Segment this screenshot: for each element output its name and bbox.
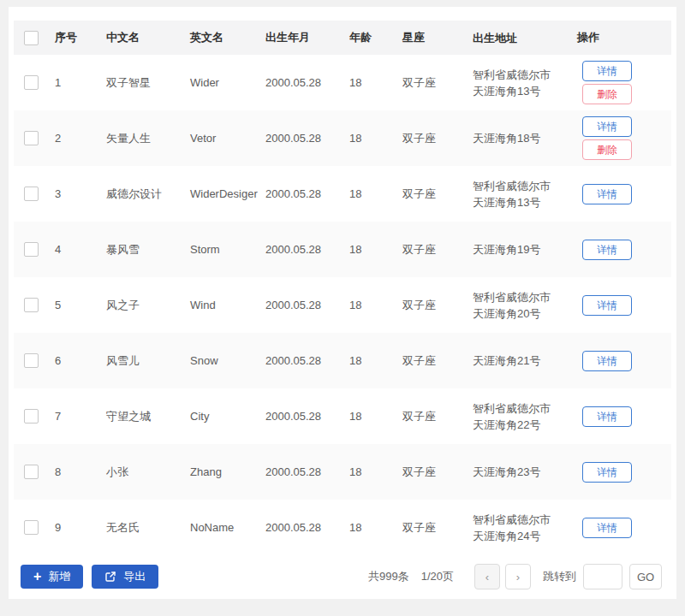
cell-chinese-name: 双子智星	[103, 75, 187, 91]
cell-birth-date: 2000.05.28	[262, 76, 346, 89]
cell-english-name: Wider	[187, 76, 262, 89]
address-line1: 智利省威德尔市	[473, 289, 574, 305]
detail-button[interactable]: 详情	[582, 406, 632, 427]
cell-actions: 详情	[574, 293, 671, 318]
next-page-button[interactable]: ›	[505, 564, 531, 589]
select-all-checkbox[interactable]	[24, 31, 39, 45]
cell-address: 天涯海角18号	[469, 130, 574, 146]
row-checkbox[interactable]	[24, 75, 39, 90]
cell-age: 18	[346, 465, 399, 478]
cell-zodiac: 双子座	[399, 353, 469, 369]
detail-button[interactable]: 详情	[582, 184, 632, 204]
cell-actions: 详情删除	[574, 114, 671, 163]
cell-age: 18	[346, 521, 399, 534]
row-checkbox[interactable]	[24, 242, 39, 257]
total-count: 共999条	[368, 569, 409, 584]
detail-button[interactable]: 详情	[582, 116, 632, 137]
cell-english-name: Vetor	[187, 132, 262, 145]
cell-address: 天涯海角23号	[469, 464, 574, 480]
row-checkbox[interactable]	[24, 465, 39, 479]
row-checkbox-cell	[14, 187, 51, 201]
row-checkbox[interactable]	[24, 131, 39, 145]
address-line1: 天涯海角23号	[473, 464, 574, 480]
go-button[interactable]: GO	[629, 564, 662, 589]
detail-button[interactable]: 详情	[582, 462, 632, 483]
column-header: 序号	[51, 30, 103, 45]
footer-toolbar: + 新增 导出 共999条 1/20页 ‹ › 跳转到 GO	[14, 555, 671, 598]
row-checkbox-cell	[14, 75, 51, 90]
row-checkbox[interactable]	[24, 298, 39, 312]
table-row: 9 无名氏 NoName 2000.05.28 18 双子座 智利省威德尔市 天…	[14, 500, 671, 555]
detail-button[interactable]: 详情	[582, 295, 632, 316]
data-table-card: 序号中文名英文名出生年月年龄星座出生地址操作 1 双子智星 Wider 2000…	[9, 7, 676, 599]
address-line2: 天涯海角13号	[473, 83, 574, 99]
cell-age: 18	[346, 410, 399, 423]
cell-chinese-name: 暴风雪	[103, 242, 187, 258]
add-button[interactable]: + 新增	[21, 565, 83, 589]
cell-zodiac: 双子座	[399, 520, 469, 536]
cell-age: 18	[346, 354, 399, 367]
detail-button[interactable]: 详情	[582, 240, 632, 260]
cell-birth-date: 2000.05.28	[262, 243, 346, 256]
cell-chinese-name: 守望之城	[103, 409, 187, 424]
column-header: 出生年月	[262, 30, 346, 45]
delete-button[interactable]: 删除	[582, 139, 632, 160]
cell-birth-date: 2000.05.28	[262, 132, 346, 145]
cell-actions: 详情	[574, 404, 671, 429]
table-row: 6 风雪儿 Snow 2000.05.28 18 双子座 天涯海角21号 详情	[14, 333, 671, 388]
row-checkbox[interactable]	[24, 520, 39, 535]
cell-zodiac: 双子座	[399, 409, 469, 424]
cell-english-name: NoName	[187, 521, 262, 534]
cell-birth-date: 2000.05.28	[262, 410, 346, 423]
export-icon	[104, 571, 116, 583]
cell-index: 3	[51, 187, 103, 200]
cell-zodiac: 双子座	[399, 465, 469, 480]
row-checkbox-cell	[14, 353, 51, 368]
prev-page-button[interactable]: ‹	[474, 564, 500, 589]
table-header-row: 序号中文名英文名出生年月年龄星座出生地址操作	[14, 21, 671, 55]
cell-chinese-name: 无名氏	[103, 520, 187, 536]
header-checkbox-cell	[14, 30, 51, 44]
add-button-label: 新增	[48, 569, 70, 584]
column-header: 星座	[399, 30, 469, 45]
detail-button[interactable]: 详情	[582, 518, 632, 538]
cell-address: 智利省威德尔市 天涯海角24号	[469, 512, 574, 544]
jump-label: 跳转到	[543, 569, 576, 584]
cell-index: 1	[51, 76, 103, 89]
address-line1: 智利省威德尔市	[473, 400, 574, 417]
table-row: 8 小张 Zhang 2000.05.28 18 双子座 天涯海角23号 详情	[14, 444, 671, 500]
table-row: 4 暴风雪 Storm 2000.05.28 18 双子座 天涯海角19号 详情	[14, 222, 671, 277]
row-checkbox[interactable]	[24, 353, 39, 368]
address-line2: 天涯海角22号	[473, 417, 574, 433]
cell-index: 6	[51, 354, 103, 367]
cell-zodiac: 双子座	[399, 131, 469, 146]
export-button-label: 导出	[123, 569, 146, 584]
address-line1: 智利省威德尔市	[473, 67, 574, 83]
cell-age: 18	[346, 243, 399, 256]
export-button[interactable]: 导出	[92, 565, 158, 589]
address-line1: 天涯海角18号	[473, 130, 574, 146]
column-header: 出生地址	[469, 30, 574, 46]
column-header: 英文名	[187, 30, 262, 45]
jump-page-input[interactable]	[583, 564, 622, 589]
table-body: 1 双子智星 Wider 2000.05.28 18 双子座 智利省威德尔市 天…	[14, 55, 671, 555]
plus-icon: +	[33, 570, 41, 583]
cell-address: 智利省威德尔市 天涯海角20号	[469, 289, 574, 322]
row-checkbox[interactable]	[24, 187, 39, 201]
cell-address: 智利省威德尔市 天涯海角13号	[469, 178, 574, 210]
cell-index: 9	[51, 521, 103, 534]
cell-birth-date: 2000.05.28	[262, 187, 346, 200]
detail-button[interactable]: 详情	[582, 61, 632, 81]
table-row: 3 威德尔设计 WiderDesiger 2000.05.28 18 双子座 智…	[14, 166, 671, 222]
cell-birth-date: 2000.05.28	[262, 521, 346, 534]
column-header: 年龄	[346, 30, 399, 45]
delete-button[interactable]: 删除	[582, 84, 632, 104]
address-line1: 天涯海角21号	[473, 352, 574, 369]
row-checkbox[interactable]	[24, 409, 39, 424]
table-row: 1 双子智星 Wider 2000.05.28 18 双子座 智利省威德尔市 天…	[14, 55, 671, 110]
detail-button[interactable]: 详情	[582, 351, 632, 371]
row-checkbox-cell	[14, 465, 51, 479]
cell-actions: 详情	[574, 515, 671, 541]
cell-index: 8	[51, 465, 103, 478]
cell-age: 18	[346, 76, 399, 89]
